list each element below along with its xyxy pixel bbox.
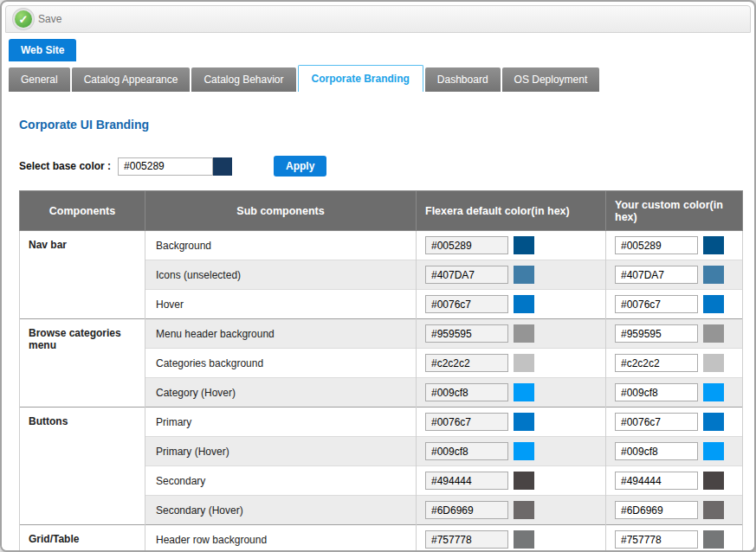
default-color-swatch	[514, 442, 534, 460]
table-row: ButtonsPrimary	[20, 408, 743, 437]
default-color-swatch	[514, 530, 534, 549]
default-color-cell	[417, 231, 606, 260]
custom-hex-input[interactable]	[615, 236, 698, 254]
default-color-cell	[417, 349, 606, 378]
tab-dashboard[interactable]: Dashboard	[425, 67, 501, 92]
sub-component-name: Icons (unselected)	[145, 260, 417, 290]
default-color-swatch	[514, 501, 534, 519]
default-hex-input	[425, 413, 508, 431]
app-window: ✓ Save Web Site GeneralCatalog Appearanc…	[0, 0, 756, 552]
custom-color-swatch	[703, 383, 724, 401]
default-hex-input	[425, 442, 508, 460]
custom-hex-input[interactable]	[615, 442, 698, 460]
custom-color-cell	[606, 378, 743, 408]
default-color-cell	[417, 437, 606, 466]
default-hex-input	[425, 236, 508, 254]
toolbar: ✓ Save	[5, 5, 751, 33]
custom-hex-input[interactable]	[615, 472, 698, 490]
default-hex-input	[425, 530, 508, 549]
custom-hex-input[interactable]	[615, 354, 698, 372]
custom-color-swatch	[703, 295, 724, 313]
default-color-swatch	[514, 472, 534, 490]
custom-color-swatch	[703, 266, 724, 284]
component-name: Browse categories menu	[20, 319, 145, 408]
custom-hex-input[interactable]	[615, 501, 698, 519]
default-color-swatch	[514, 413, 534, 431]
table-row: Grid/TableHeader row background	[20, 525, 743, 552]
component-name: Grid/Table	[20, 525, 145, 552]
default-hex-input	[425, 383, 508, 401]
default-color-cell	[417, 378, 606, 408]
sub-component-name: Secondary	[145, 466, 417, 496]
custom-color-cell	[606, 437, 743, 466]
sub-component-name: Header row background	[145, 525, 417, 552]
custom-hex-input[interactable]	[615, 295, 698, 313]
custom-color-cell	[606, 349, 743, 378]
default-color-swatch	[514, 266, 534, 284]
save-button[interactable]: ✓ Save	[15, 10, 61, 28]
component-name: Nav bar	[20, 231, 145, 319]
tab-catalog-behavior[interactable]: Catalog Behavior	[191, 67, 295, 92]
default-color-cell	[417, 496, 606, 525]
default-hex-input	[425, 354, 508, 372]
tab-general[interactable]: General	[9, 67, 70, 92]
content-panel: Corporate UI Branding Select base color …	[2, 92, 754, 552]
default-color-swatch	[514, 295, 534, 313]
custom-color-swatch	[703, 530, 724, 549]
custom-color-swatch	[703, 472, 724, 490]
custom-color-cell	[606, 319, 743, 349]
table-row: Nav barBackground	[20, 231, 743, 260]
sub-component-name: Categories background	[145, 349, 417, 378]
tab-os-deployment[interactable]: OS Deployment	[502, 67, 600, 92]
custom-color-swatch	[703, 413, 724, 431]
save-check-icon: ✓	[15, 10, 32, 28]
custom-hex-input[interactable]	[615, 530, 698, 549]
sub-component-name: Menu header background	[145, 319, 417, 349]
custom-hex-input[interactable]	[615, 383, 698, 401]
table-row: Browse categories menuMenu header backgr…	[20, 319, 743, 349]
default-color-cell	[417, 260, 606, 290]
custom-color-swatch	[703, 354, 724, 372]
custom-color-cell	[606, 466, 743, 496]
default-color-swatch	[514, 236, 534, 254]
default-color-swatch	[514, 383, 534, 401]
page-title: Corporate UI Branding	[19, 118, 739, 132]
default-hex-input	[425, 295, 508, 313]
sub-component-name: Secondary (Hover)	[145, 496, 417, 525]
base-color-label: Select base color :	[19, 160, 111, 172]
custom-hex-input[interactable]	[615, 266, 698, 284]
custom-color-cell	[606, 525, 743, 552]
base-color-input[interactable]	[118, 157, 213, 176]
default-hex-input	[425, 501, 508, 519]
sub-component-name: Background	[145, 231, 417, 260]
save-button-label: Save	[38, 13, 61, 25]
sub-component-name: Hover	[145, 290, 417, 319]
custom-color-swatch	[703, 236, 724, 254]
apply-button[interactable]: Apply	[274, 156, 326, 177]
base-color-swatch	[213, 157, 232, 176]
tab-catalog-appearance[interactable]: Catalog Appearance	[72, 67, 191, 92]
default-color-swatch	[514, 354, 534, 372]
custom-color-swatch	[703, 501, 724, 519]
default-color-cell	[417, 408, 606, 437]
custom-color-cell	[606, 231, 743, 260]
default-color-cell	[417, 466, 606, 496]
column-header: Flexera default color(in hex)	[417, 191, 606, 231]
table-header-row: ComponentsSub componentsFlexera default …	[20, 191, 743, 231]
base-color-row: Select base color : Apply	[19, 156, 739, 177]
default-color-cell	[417, 319, 606, 349]
custom-color-cell	[606, 290, 743, 319]
component-name: Buttons	[20, 408, 145, 525]
custom-hex-input[interactable]	[615, 413, 698, 431]
custom-color-swatch	[703, 442, 724, 460]
default-color-cell	[417, 525, 606, 552]
custom-color-cell	[606, 408, 743, 437]
default-color-cell	[417, 290, 606, 319]
tab-web-site[interactable]: Web Site	[9, 39, 76, 61]
tab-corporate-branding[interactable]: Corporate Branding	[298, 65, 423, 92]
custom-hex-input[interactable]	[615, 324, 698, 343]
default-hex-input	[425, 266, 508, 284]
default-hex-input	[425, 324, 508, 343]
tabs-area: Web Site GeneralCatalog AppearanceCatalo…	[2, 33, 754, 92]
sub-component-name: Primary	[145, 408, 417, 437]
